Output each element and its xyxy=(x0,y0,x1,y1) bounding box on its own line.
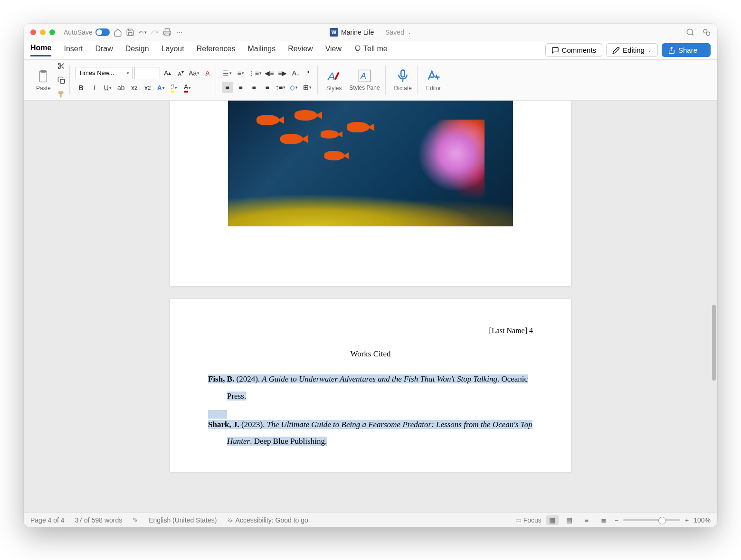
comments-button[interactable]: Comments xyxy=(545,43,603,57)
scrollbar-thumb[interactable] xyxy=(712,305,716,381)
page-indicator[interactable]: Page 4 of 4 xyxy=(30,516,65,524)
borders-button[interactable]: ⊞▾ xyxy=(302,82,313,93)
decrease-indent-button[interactable]: ◀≡ xyxy=(264,67,275,79)
cut-button[interactable] xyxy=(56,60,67,72)
styles-icon: A xyxy=(327,69,341,83)
shading-button[interactable]: ◇▾ xyxy=(288,82,300,93)
font-selector[interactable]: Times New...▾ xyxy=(76,67,133,79)
fish-shape xyxy=(280,134,303,144)
editing-button[interactable]: Editing ⌄ xyxy=(606,43,658,57)
accessibility-indicator[interactable]: ⛭ Accessibility: Good to go xyxy=(227,516,308,524)
subscript-button[interactable]: x2 xyxy=(129,82,140,93)
increase-font-button[interactable]: A▴ xyxy=(162,67,173,79)
language-indicator[interactable]: English (United States) xyxy=(149,516,217,524)
tab-tellme[interactable]: Tell me xyxy=(354,45,388,56)
doc-name: Marine Life xyxy=(341,28,374,36)
tab-mailings[interactable]: Mailings xyxy=(248,45,276,56)
draft-view-button[interactable]: ≣ xyxy=(598,515,610,525)
multilevel-list-button[interactable]: ⋮≡▾ xyxy=(248,67,262,79)
superscript-button[interactable]: x2 xyxy=(142,82,153,93)
account-icon[interactable] xyxy=(702,28,711,37)
align-right-button[interactable]: ≡ xyxy=(248,82,260,93)
citation-2[interactable]: Shark, J. (2023). The Ultimate Guide to … xyxy=(208,416,533,450)
tab-references[interactable]: References xyxy=(197,45,236,56)
tab-review[interactable]: Review xyxy=(288,45,313,56)
web-layout-view-button[interactable]: ▤ xyxy=(563,515,576,525)
decrease-font-button[interactable]: A▾ xyxy=(175,67,187,79)
bullets-button[interactable]: ☰▾ xyxy=(222,67,233,79)
tab-insert[interactable]: Insert xyxy=(64,45,83,56)
strikethrough-button[interactable]: ab xyxy=(115,82,127,93)
close-window-button[interactable] xyxy=(30,29,36,35)
minimize-window-button[interactable] xyxy=(40,29,46,35)
page-3-bottom xyxy=(170,101,571,286)
clipboard-icon xyxy=(36,69,50,83)
zoom-slider[interactable] xyxy=(623,519,680,521)
works-cited-heading[interactable]: Works Cited xyxy=(208,345,533,363)
increase-indent-button[interactable]: ≡▶ xyxy=(277,67,288,79)
comment-icon xyxy=(551,47,559,54)
show-marks-button[interactable]: ¶ xyxy=(304,67,315,79)
styles-button[interactable]: A Styles xyxy=(323,69,345,92)
paste-button[interactable]: Paste xyxy=(33,69,54,92)
tab-draw[interactable]: Draw xyxy=(95,45,113,56)
change-case-button[interactable]: Aa▾ xyxy=(189,67,200,79)
styles-pane-button[interactable]: A Styles Pane xyxy=(347,69,383,91)
spellcheck-icon[interactable]: ✎ xyxy=(133,516,138,524)
more-icon[interactable]: ··· xyxy=(175,28,184,37)
tab-design[interactable]: Design xyxy=(125,45,149,56)
highlight-button[interactable]: ℐ▾ xyxy=(169,82,180,93)
editor-button[interactable]: Editor xyxy=(423,69,444,92)
maximize-window-button[interactable] xyxy=(49,29,55,35)
zoom-in-button[interactable]: + xyxy=(685,516,689,524)
zoom-level[interactable]: 100% xyxy=(694,516,711,524)
save-icon[interactable] xyxy=(126,28,134,37)
home-icon[interactable] xyxy=(114,28,122,37)
justify-button[interactable]: ≡ xyxy=(262,82,273,93)
tab-home[interactable]: Home xyxy=(30,44,51,56)
document-title[interactable]: W Marine Life — Saved ⌄ xyxy=(330,28,411,37)
font-size-selector[interactable] xyxy=(134,67,160,79)
citation-1[interactable]: Fish, B. (2024). A Guide to Underwater A… xyxy=(208,371,533,404)
undo-icon[interactable]: ▾ xyxy=(138,28,147,37)
print-icon[interactable] xyxy=(163,28,171,37)
bold-button[interactable]: B xyxy=(76,82,87,93)
svg-text:A: A xyxy=(360,71,366,81)
font-color-button[interactable]: A▾ xyxy=(182,82,193,93)
save-status: — Saved xyxy=(377,28,404,36)
search-icon[interactable] xyxy=(686,28,694,37)
chevron-down-icon: ⌄ xyxy=(701,48,704,53)
line-spacing-button[interactable]: ↕≡▾ xyxy=(275,82,286,93)
clear-formatting-button[interactable]: A̷ xyxy=(202,67,213,79)
italic-button[interactable]: I xyxy=(89,82,100,93)
numbering-button[interactable]: ≡▾ xyxy=(235,67,247,79)
document-area[interactable]: [Last Name] 4 Works Cited Fish, B. (2024… xyxy=(24,101,717,513)
titlebar: AutoSave ▾ ··· W Marine Life — Saved ⌄ xyxy=(24,24,717,41)
tab-layout[interactable]: Layout xyxy=(162,45,184,56)
microphone-icon xyxy=(396,69,410,83)
format-painter-button[interactable] xyxy=(56,89,67,100)
zoom-out-button[interactable]: − xyxy=(615,516,618,524)
align-center-button[interactable]: ≡ xyxy=(235,82,247,93)
svg-rect-4 xyxy=(41,70,46,72)
sort-button[interactable]: A↓ xyxy=(290,67,302,79)
autosave-label: AutoSave xyxy=(64,28,93,36)
outline-view-button[interactable]: ≡ xyxy=(580,515,593,525)
focus-mode-button[interactable]: ▭ Focus xyxy=(515,516,542,524)
coral-reef-image[interactable] xyxy=(228,101,513,226)
word-count[interactable]: 37 of 598 words xyxy=(75,516,123,524)
ribbon: Paste Times New...▾ A▴ A▾ Aa▾ A̷ xyxy=(24,60,717,101)
share-button[interactable]: Share ⌄ xyxy=(662,43,711,57)
autosave-toggle[interactable] xyxy=(95,28,110,36)
copy-button[interactable] xyxy=(56,75,67,86)
align-left-button[interactable]: ≡ xyxy=(222,82,233,93)
fish-shape xyxy=(294,110,317,121)
autosave-control[interactable]: AutoSave xyxy=(64,28,110,36)
redo-icon[interactable] xyxy=(151,28,159,37)
print-layout-view-button[interactable]: ▦ xyxy=(546,515,559,525)
tab-view[interactable]: View xyxy=(325,45,342,56)
dictate-button[interactable]: Dictate xyxy=(391,69,415,92)
underline-button[interactable]: U▾ xyxy=(102,82,114,93)
page-header[interactable]: [Last Name] 4 xyxy=(208,323,533,339)
text-effects-button[interactable]: A▾ xyxy=(155,82,167,93)
